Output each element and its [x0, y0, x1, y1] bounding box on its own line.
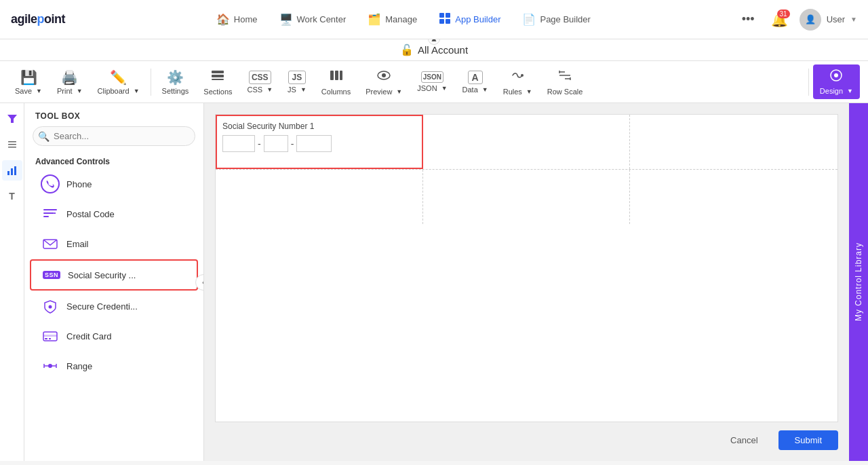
- toolbar-separator-1: [151, 69, 151, 96]
- row-scale-icon: [557, 68, 572, 86]
- js-label: JS ▼: [288, 86, 307, 94]
- json-button[interactable]: JSON JSON ▼: [410, 67, 454, 96]
- svg-rect-6: [212, 79, 224, 80]
- toolbox-section-label: Advanced Controls: [24, 153, 203, 169]
- row-scale-label: Row Scale: [547, 88, 583, 96]
- nav-home-label: Home: [234, 14, 258, 24]
- page-builder-icon: 📄: [522, 13, 536, 26]
- nav-app-builder[interactable]: App Builder: [429, 8, 510, 31]
- chart-icon-btn[interactable]: [2, 160, 22, 181]
- columns-icon: [329, 68, 344, 86]
- search-input[interactable]: [33, 126, 195, 146]
- print-label: Print ▼: [57, 87, 83, 95]
- email-label: Email: [66, 239, 89, 249]
- svg-point-33: [49, 305, 52, 309]
- css-label: CSS ▼: [248, 86, 273, 94]
- svg-rect-37: [49, 338, 51, 339]
- rules-button[interactable]: Rules ▼: [496, 64, 539, 100]
- json-icon: JSON: [421, 71, 443, 83]
- ssn-separator-2: -: [291, 138, 294, 149]
- toolbox-item-postal-code[interactable]: Postal Code: [30, 200, 198, 228]
- clipboard-label: Clipboard ▼: [98, 87, 140, 95]
- svg-rect-7: [330, 71, 334, 80]
- svg-rect-2: [439, 19, 444, 24]
- ssn-separator-1: -: [258, 138, 261, 149]
- nav-manage-label: Manage: [385, 14, 417, 24]
- toolbox-search-container: 🔍: [33, 126, 195, 146]
- data-label: Data ▼: [462, 86, 488, 94]
- range-icon: [41, 356, 60, 375]
- print-button[interactable]: 🖨️ Print ▼: [50, 65, 90, 99]
- logo: agilepoint: [11, 12, 65, 26]
- top-navigation: agilepoint 🏠 Home 🖥️ Work Center 🗂️ Mana…: [0, 0, 868, 39]
- settings-icon: ⚙️: [167, 69, 184, 86]
- ssn-input-2[interactable]: [264, 135, 288, 152]
- text-icon-btn[interactable]: T: [2, 186, 22, 206]
- submit-button[interactable]: Submit: [778, 430, 838, 450]
- cancel-button[interactable]: Cancel: [717, 430, 771, 450]
- svg-rect-22: [8, 144, 16, 145]
- toolbox-item-secure-credentials[interactable]: Secure Credenti...: [30, 292, 198, 320]
- columns-label: Columns: [321, 88, 351, 96]
- canvas-cell-ssn[interactable]: Social Security Number 1 - -: [216, 115, 423, 169]
- logo-text: agilepoint: [11, 12, 65, 26]
- save-icon: 💾: [20, 69, 37, 86]
- data-button[interactable]: A Data ▼: [456, 67, 495, 98]
- social-security-label: Social Security ...: [68, 270, 136, 280]
- home-icon: 🏠: [216, 13, 230, 26]
- js-button[interactable]: JS JS ▼: [281, 67, 313, 98]
- data-icon: A: [468, 71, 483, 84]
- preview-button[interactable]: Preview ▼: [359, 64, 409, 100]
- postal-code-label: Postal Code: [66, 209, 115, 219]
- sections-icon: [210, 68, 225, 86]
- svg-rect-23: [8, 147, 16, 148]
- secure-credentials-label: Secure Credenti...: [66, 301, 138, 312]
- ssn-input-1[interactable]: [222, 135, 255, 152]
- nav-home[interactable]: 🏠 Home: [207, 9, 267, 30]
- design-button[interactable]: Design ▼: [813, 64, 860, 99]
- search-icon: 🔍: [38, 131, 50, 142]
- ssn-input-3[interactable]: [296, 135, 332, 152]
- svg-marker-20: [7, 115, 17, 123]
- filter-icon-btn[interactable]: [2, 109, 22, 129]
- right-control-library[interactable]: My Control Library: [849, 103, 868, 461]
- toolbox-item-email[interactable]: Email: [30, 229, 198, 258]
- canvas-cell-2-1: [216, 170, 423, 224]
- notification-button[interactable]: 🔔 31: [768, 8, 791, 31]
- nav-page-builder[interactable]: 📄 Page Builder: [513, 9, 599, 30]
- settings-button[interactable]: ⚙️ Settings: [155, 65, 196, 99]
- ssn-field-label: Social Security Number 1: [222, 122, 416, 131]
- svg-rect-9: [340, 71, 342, 80]
- row-scale-button[interactable]: Row Scale: [540, 64, 590, 100]
- nav-page-builder-label: Page Builder: [540, 14, 590, 24]
- list-icon-btn[interactable]: [2, 134, 22, 155]
- clipboard-button[interactable]: ✏️ Clipboard ▼: [91, 65, 146, 99]
- svg-rect-0: [439, 13, 444, 18]
- nav-app-builder-label: App Builder: [455, 14, 500, 24]
- canvas-row-2: [216, 170, 837, 224]
- save-button[interactable]: 💾 Save ▼: [8, 65, 49, 99]
- credit-card-label: Credit Card: [66, 331, 111, 341]
- svg-rect-1: [446, 13, 450, 18]
- nav-manage[interactable]: 🗂️ Manage: [358, 9, 427, 30]
- svg-rect-30: [52, 212, 53, 214]
- columns-button[interactable]: Columns: [315, 64, 357, 100]
- design-label: Design ▼: [820, 87, 853, 95]
- svg-rect-27: [43, 209, 57, 210]
- toolbox-item-phone[interactable]: Phone: [30, 170, 198, 198]
- toolbox-item-social-security[interactable]: SSN Social Security ...: [30, 259, 198, 291]
- preview-label: Preview ▼: [366, 88, 402, 96]
- canvas-footer: Cancel Submit: [215, 430, 838, 450]
- toolbox-panel: TOOL BOX 🔍 Advanced Controls Phone Posta…: [24, 103, 204, 461]
- settings-label: Settings: [162, 87, 189, 95]
- svg-point-41: [48, 364, 52, 368]
- sections-button[interactable]: Sections: [197, 64, 239, 100]
- more-button[interactable]: •••: [736, 10, 760, 29]
- toolbox-item-credit-card[interactable]: Credit Card: [30, 322, 198, 350]
- toolbox-item-range[interactable]: Range: [30, 352, 198, 380]
- nav-work-center[interactable]: 🖥️ Work Center: [270, 9, 356, 30]
- svg-rect-8: [335, 71, 338, 80]
- css-button[interactable]: CSS CSS ▼: [241, 67, 280, 98]
- email-icon: [41, 234, 60, 253]
- user-menu[interactable]: 👤 User ▼: [800, 9, 857, 31]
